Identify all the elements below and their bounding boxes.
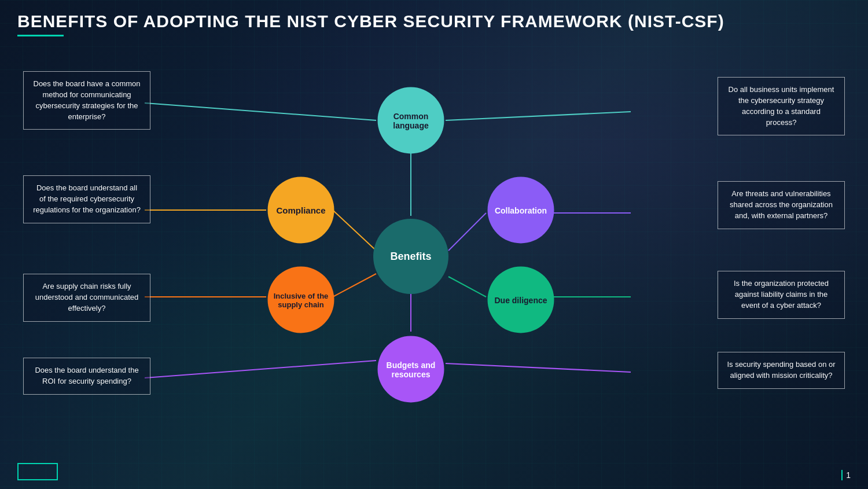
svg-line-9 [333,210,376,251]
svg-line-0 [145,103,376,120]
left-box-4: Does the board understand the ROI for se… [23,358,150,395]
svg-line-4 [446,112,631,120]
left-box-1: Does the board have a common method for … [23,71,150,130]
diagram: Does the board have a common method for … [17,48,851,453]
page-title: BENEFITS OF ADOPTING THE NIST CYBER SECU… [17,12,851,31]
left-box-2: Does the board understand all of the req… [23,175,150,223]
left-box-3: Are supply chain risks fully understood … [23,274,150,322]
page-number: 1 [841,470,851,480]
circle-collaboration: Collaboration [488,177,554,244]
circle-inclusive: Inclusive of the supply chain [268,267,334,333]
circle-budgets: Budgets and resources [378,336,444,403]
bottom-logo [17,463,58,480]
circle-center: Benefits [373,219,448,294]
page: BENEFITS OF ADOPTING THE NIST CYBER SECU… [0,0,868,489]
svg-line-12 [448,277,486,297]
page-num-bar [841,470,843,480]
svg-line-3 [145,361,376,378]
circle-common-language: Common language [378,87,444,154]
title-underline [17,35,64,36]
circle-due-diligence: Due diligence [488,267,554,333]
svg-line-10 [448,213,486,251]
svg-line-7 [446,363,631,372]
svg-line-11 [333,274,376,297]
circle-compliance: Compliance [268,177,334,244]
right-box-1: Do all business units implement the cybe… [718,77,845,135]
right-box-3: Is the organization protected against li… [718,271,845,319]
right-box-4: Is security spending based on or aligned… [718,352,845,389]
right-box-2: Are threats and vulnerabilities shared a… [718,181,845,229]
